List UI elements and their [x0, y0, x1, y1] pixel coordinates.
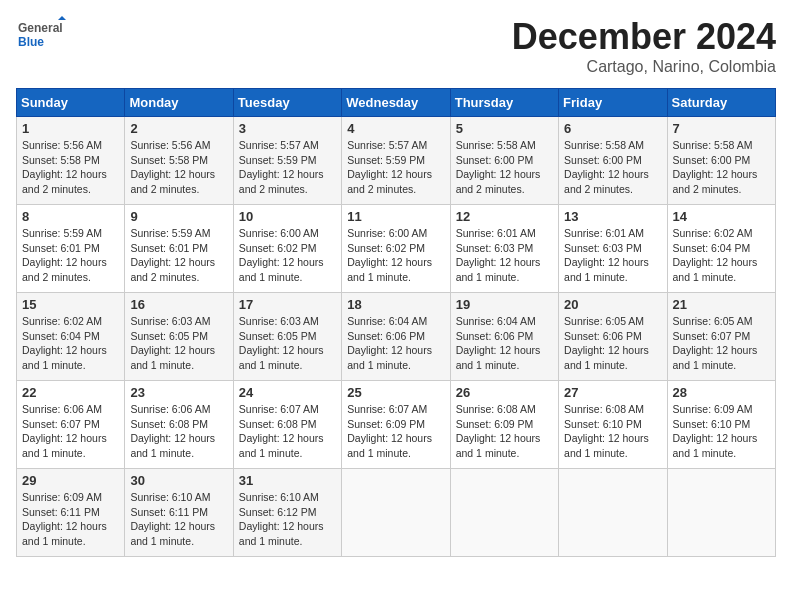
- day-number: 17: [239, 297, 336, 312]
- sunset-label: Sunset: 6:01 PM: [130, 242, 208, 254]
- calendar-cell: 5 Sunrise: 5:58 AM Sunset: 6:00 PM Dayli…: [450, 117, 558, 205]
- day-info: Sunrise: 5:56 AM Sunset: 5:58 PM Dayligh…: [22, 138, 119, 197]
- day-info: Sunrise: 6:09 AM Sunset: 6:11 PM Dayligh…: [22, 490, 119, 549]
- sunrise-label: Sunrise: 6:10 AM: [130, 491, 210, 503]
- day-number: 5: [456, 121, 553, 136]
- calendar-cell: 25 Sunrise: 6:07 AM Sunset: 6:09 PM Dayl…: [342, 381, 450, 469]
- sunrise-label: Sunrise: 6:09 AM: [22, 491, 102, 503]
- daylight-label: Daylight: 12 hours and 1 minute.: [239, 520, 324, 547]
- day-number: 19: [456, 297, 553, 312]
- day-number: 13: [564, 209, 661, 224]
- calendar-cell: [667, 469, 775, 557]
- daylight-label: Daylight: 12 hours and 1 minute.: [239, 344, 324, 371]
- calendar-week-row: 29 Sunrise: 6:09 AM Sunset: 6:11 PM Dayl…: [17, 469, 776, 557]
- sunset-label: Sunset: 5:59 PM: [347, 154, 425, 166]
- calendar-cell: 26 Sunrise: 6:08 AM Sunset: 6:09 PM Dayl…: [450, 381, 558, 469]
- day-number: 6: [564, 121, 661, 136]
- day-info: Sunrise: 6:05 AM Sunset: 6:06 PM Dayligh…: [564, 314, 661, 373]
- sunrise-label: Sunrise: 6:09 AM: [673, 403, 753, 415]
- day-number: 14: [673, 209, 770, 224]
- calendar-cell: 22 Sunrise: 6:06 AM Sunset: 6:07 PM Dayl…: [17, 381, 125, 469]
- day-info: Sunrise: 5:57 AM Sunset: 5:59 PM Dayligh…: [239, 138, 336, 197]
- calendar-cell: 10 Sunrise: 6:00 AM Sunset: 6:02 PM Dayl…: [233, 205, 341, 293]
- weekday-header-thursday: Thursday: [450, 89, 558, 117]
- sunset-label: Sunset: 6:04 PM: [673, 242, 751, 254]
- sunrise-label: Sunrise: 6:06 AM: [22, 403, 102, 415]
- title-block: December 2024 Cartago, Narino, Colombia: [512, 16, 776, 76]
- sunset-label: Sunset: 6:04 PM: [22, 330, 100, 342]
- sunrise-label: Sunrise: 5:58 AM: [564, 139, 644, 151]
- day-info: Sunrise: 6:02 AM Sunset: 6:04 PM Dayligh…: [22, 314, 119, 373]
- sunrise-label: Sunrise: 5:56 AM: [22, 139, 102, 151]
- daylight-label: Daylight: 12 hours and 1 minute.: [456, 344, 541, 371]
- sunrise-label: Sunrise: 6:01 AM: [456, 227, 536, 239]
- calendar-cell: 31 Sunrise: 6:10 AM Sunset: 6:12 PM Dayl…: [233, 469, 341, 557]
- sunrise-label: Sunrise: 5:57 AM: [347, 139, 427, 151]
- daylight-label: Daylight: 12 hours and 1 minute.: [673, 344, 758, 371]
- calendar-cell: 13 Sunrise: 6:01 AM Sunset: 6:03 PM Dayl…: [559, 205, 667, 293]
- daylight-label: Daylight: 12 hours and 2 minutes.: [22, 256, 107, 283]
- calendar-header-row: SundayMondayTuesdayWednesdayThursdayFrid…: [17, 89, 776, 117]
- day-number: 8: [22, 209, 119, 224]
- day-info: Sunrise: 6:05 AM Sunset: 6:07 PM Dayligh…: [673, 314, 770, 373]
- calendar-table: SundayMondayTuesdayWednesdayThursdayFrid…: [16, 88, 776, 557]
- calendar-cell: [450, 469, 558, 557]
- day-number: 4: [347, 121, 444, 136]
- calendar-week-row: 8 Sunrise: 5:59 AM Sunset: 6:01 PM Dayli…: [17, 205, 776, 293]
- calendar-week-row: 1 Sunrise: 5:56 AM Sunset: 5:58 PM Dayli…: [17, 117, 776, 205]
- svg-text:General: General: [18, 21, 63, 35]
- day-number: 24: [239, 385, 336, 400]
- calendar-cell: 8 Sunrise: 5:59 AM Sunset: 6:01 PM Dayli…: [17, 205, 125, 293]
- sunrise-label: Sunrise: 6:10 AM: [239, 491, 319, 503]
- sunrise-label: Sunrise: 6:07 AM: [239, 403, 319, 415]
- day-info: Sunrise: 6:07 AM Sunset: 6:08 PM Dayligh…: [239, 402, 336, 461]
- daylight-label: Daylight: 12 hours and 1 minute.: [22, 344, 107, 371]
- daylight-label: Daylight: 12 hours and 1 minute.: [239, 256, 324, 283]
- sunset-label: Sunset: 6:03 PM: [564, 242, 642, 254]
- day-info: Sunrise: 6:06 AM Sunset: 6:07 PM Dayligh…: [22, 402, 119, 461]
- sunrise-label: Sunrise: 6:03 AM: [130, 315, 210, 327]
- calendar-cell: 1 Sunrise: 5:56 AM Sunset: 5:58 PM Dayli…: [17, 117, 125, 205]
- calendar-cell: 23 Sunrise: 6:06 AM Sunset: 6:08 PM Dayl…: [125, 381, 233, 469]
- sunrise-label: Sunrise: 6:05 AM: [564, 315, 644, 327]
- sunrise-label: Sunrise: 6:05 AM: [673, 315, 753, 327]
- daylight-label: Daylight: 12 hours and 1 minute.: [673, 432, 758, 459]
- calendar-cell: 16 Sunrise: 6:03 AM Sunset: 6:05 PM Dayl…: [125, 293, 233, 381]
- sunrise-label: Sunrise: 5:56 AM: [130, 139, 210, 151]
- sunset-label: Sunset: 6:00 PM: [456, 154, 534, 166]
- day-info: Sunrise: 5:59 AM Sunset: 6:01 PM Dayligh…: [130, 226, 227, 285]
- sunset-label: Sunset: 6:10 PM: [673, 418, 751, 430]
- day-number: 15: [22, 297, 119, 312]
- daylight-label: Daylight: 12 hours and 1 minute.: [564, 432, 649, 459]
- sunset-label: Sunset: 5:58 PM: [22, 154, 100, 166]
- day-number: 20: [564, 297, 661, 312]
- sunrise-label: Sunrise: 6:00 AM: [239, 227, 319, 239]
- sunset-label: Sunset: 6:12 PM: [239, 506, 317, 518]
- day-number: 31: [239, 473, 336, 488]
- sunset-label: Sunset: 6:07 PM: [673, 330, 751, 342]
- day-number: 16: [130, 297, 227, 312]
- daylight-label: Daylight: 12 hours and 1 minute.: [347, 432, 432, 459]
- location: Cartago, Narino, Colombia: [512, 58, 776, 76]
- sunset-label: Sunset: 6:06 PM: [456, 330, 534, 342]
- day-number: 2: [130, 121, 227, 136]
- day-info: Sunrise: 5:58 AM Sunset: 6:00 PM Dayligh…: [564, 138, 661, 197]
- sunset-label: Sunset: 6:00 PM: [673, 154, 751, 166]
- sunset-label: Sunset: 5:59 PM: [239, 154, 317, 166]
- logo: General Blue: [16, 16, 66, 56]
- day-info: Sunrise: 6:10 AM Sunset: 6:11 PM Dayligh…: [130, 490, 227, 549]
- daylight-label: Daylight: 12 hours and 1 minute.: [564, 344, 649, 371]
- calendar-cell: 15 Sunrise: 6:02 AM Sunset: 6:04 PM Dayl…: [17, 293, 125, 381]
- day-number: 1: [22, 121, 119, 136]
- sunset-label: Sunset: 6:08 PM: [130, 418, 208, 430]
- daylight-label: Daylight: 12 hours and 1 minute.: [130, 432, 215, 459]
- weekday-header-saturday: Saturday: [667, 89, 775, 117]
- sunrise-label: Sunrise: 6:01 AM: [564, 227, 644, 239]
- calendar-cell: 9 Sunrise: 5:59 AM Sunset: 6:01 PM Dayli…: [125, 205, 233, 293]
- sunrise-label: Sunrise: 6:03 AM: [239, 315, 319, 327]
- day-number: 25: [347, 385, 444, 400]
- day-number: 29: [22, 473, 119, 488]
- weekday-header-tuesday: Tuesday: [233, 89, 341, 117]
- day-number: 30: [130, 473, 227, 488]
- sunset-label: Sunset: 6:09 PM: [347, 418, 425, 430]
